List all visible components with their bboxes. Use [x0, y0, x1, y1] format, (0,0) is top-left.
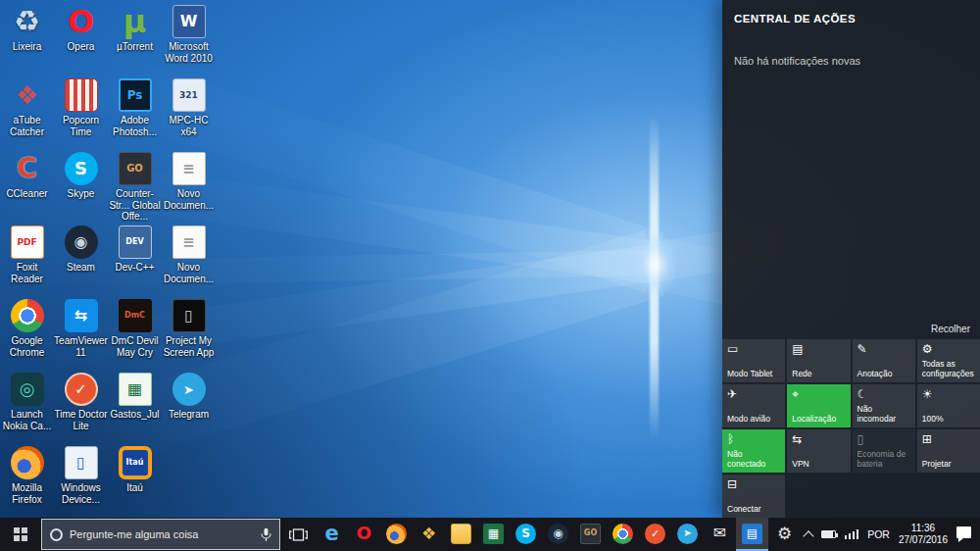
taskbar-app-icon: ◉: [548, 524, 568, 544]
microphone-icon[interactable]: [261, 527, 271, 542]
quick-action-label: Economia de bateria: [858, 450, 910, 470]
desktop-icon[interactable]: ♻ Lixeira: [0, 3, 54, 76]
battery-icon[interactable]: [821, 530, 836, 538]
quick-action-label: Não incomodar: [858, 405, 910, 425]
task-view-button[interactable]: [280, 518, 316, 551]
desktop-icon-glyph: ≡: [172, 152, 206, 185]
quick-action-label: Conectar: [727, 505, 780, 515]
desktop-icon[interactable]: W Microsoft Word 2010: [162, 3, 216, 76]
taskbar-app-button[interactable]: ➤: [671, 518, 704, 551]
taskbar-app-button[interactable]: GO: [574, 518, 607, 551]
quick-action-icon: ⊞: [922, 433, 975, 445]
desktop-icon[interactable]: ▦ Gastos_Jul: [108, 371, 162, 444]
desktop-icon[interactable]: ✓ Time Doctor Lite: [54, 371, 108, 444]
desktop-icon[interactable]: ≡ Novo Documen...: [162, 224, 216, 297]
collapse-link[interactable]: Recolher: [722, 322, 980, 339]
desktop-icon[interactable]: GO Counter-Str... Global Offe...: [108, 150, 162, 224]
taskbar-app-button[interactable]: [607, 518, 639, 551]
quick-action-icon: ☾: [858, 388, 910, 400]
quick-action-tile[interactable]: ▤ Rede: [787, 339, 850, 382]
desktop-icon[interactable]: ⇆ TeamViewer 11: [54, 297, 108, 371]
search-box[interactable]: Pergunte-me alguma coisa: [41, 519, 280, 550]
desktop-icon[interactable]: PDF Foxit Reader: [0, 224, 54, 297]
desktop-icon[interactable]: µ µTorrent: [108, 3, 162, 76]
cortana-circle-icon: [50, 528, 63, 541]
desktop-icon-label: MPC-HC x64: [162, 115, 216, 137]
action-center-toggle-icon[interactable]: [956, 526, 971, 538]
tray-expand-chevron-icon[interactable]: [803, 530, 813, 541]
desktop-icon-label: Time Doctor Lite: [54, 409, 108, 431]
quick-actions-grid: ▭ Modo Tablet ▤ Rede ✎ Anotação ⚙: [722, 339, 980, 518]
desktop-icon-label: Project My Screen App: [162, 335, 216, 358]
quick-action-icon: ✈: [727, 388, 780, 400]
desktop-icon-label: Novo Documen...: [162, 262, 216, 284]
quick-action-label: 100%: [922, 415, 975, 425]
desktop-icon[interactable]: O Opera: [54, 3, 108, 76]
desktop-icon[interactable]: Popcorn Time: [54, 76, 108, 150]
desktop-icon[interactable]: Itaú Itaú: [108, 444, 162, 518]
desktop-icon[interactable]: ▯ Project My Screen App: [162, 297, 216, 371]
quick-action-icon: ⊟: [727, 478, 780, 490]
taskbar-app-button[interactable]: e: [316, 518, 348, 551]
taskbar-app-button[interactable]: ▤: [736, 518, 768, 551]
quick-action-icon: ▤: [792, 343, 845, 355]
quick-action-tile[interactable]: ⌖ Localização: [787, 384, 850, 427]
desktop-icon-label: Gastos_Jul: [110, 409, 159, 421]
desktop-icon[interactable]: Ps Adobe Photosh...: [108, 76, 162, 150]
taskbar-app-icon: e: [321, 524, 342, 544]
quick-action-tile[interactable]: ▯ Economia de bateria: [853, 429, 915, 473]
taskbar-app-icon: ❖: [418, 524, 439, 544]
desktop-icon[interactable]: DEV Dev-C++: [108, 224, 162, 297]
desktop-icon-glyph: ◉: [65, 225, 98, 259]
clock[interactable]: 11:36 27/07/2016: [899, 523, 948, 547]
desktop-icon-label: Foxit Reader: [0, 262, 54, 284]
desktop-icon[interactable]: ➤ Telegram: [162, 371, 216, 444]
taskbar-app-button[interactable]: ✉: [704, 518, 736, 551]
quick-action-tile[interactable]: ✎ Anotação: [853, 339, 915, 382]
desktop-icon[interactable]: ▯ Windows Device...: [54, 444, 108, 518]
desktop-icon-label: DmC Devil May Cry: [108, 335, 162, 358]
desktop-icon-glyph: µ: [119, 5, 152, 38]
quick-action-label: Modo avião: [727, 415, 780, 425]
taskbar-app-button[interactable]: ◉: [542, 518, 574, 551]
quick-action-tile[interactable]: ▭ Modo Tablet: [722, 339, 785, 382]
taskbar-app-icon: [386, 524, 407, 544]
desktop-icon[interactable]: Mozilla Firefox: [0, 444, 54, 518]
taskbar-app-button[interactable]: ⚙: [768, 518, 801, 551]
taskbar-app-button[interactable]: [445, 518, 477, 551]
taskbar-app-icon: GO: [580, 524, 601, 544]
quick-action-label: VPN: [792, 460, 845, 470]
desktop-icon[interactable]: C CCleaner: [0, 150, 54, 224]
taskbar-app-icon: ▤: [742, 524, 762, 544]
quick-action-tile[interactable]: ⊟ Conectar: [722, 475, 785, 518]
quick-action-tile[interactable]: ᛒ Não conectado: [722, 429, 785, 473]
start-button[interactable]: [0, 518, 41, 551]
quick-action-tile[interactable]: ⊞ Projetar: [917, 429, 980, 473]
taskbar-app-button[interactable]: ▦: [477, 518, 510, 551]
quick-action-tile[interactable]: ☀ 100%: [917, 384, 980, 427]
taskbar-app-button[interactable]: [380, 518, 413, 551]
quick-action-tile[interactable]: ☾ Não incomodar: [853, 384, 915, 427]
taskbar-app-icon: ▦: [483, 524, 504, 544]
quick-action-tile[interactable]: ⇆ VPN: [787, 429, 850, 473]
quick-action-tile[interactable]: ✈ Modo avião: [722, 384, 785, 427]
taskbar-app-button[interactable]: S: [510, 518, 542, 551]
desktop-icon[interactable]: ◎ Launch Nokia Ca...: [0, 371, 54, 444]
desktop-icon[interactable]: ❖ aTube Catcher: [0, 76, 54, 150]
quick-action-icon: ▭: [727, 343, 780, 355]
desktop-icon[interactable]: DmC DmC Devil May Cry: [108, 297, 162, 371]
desktop-icon[interactable]: ≡ Novo Documen...: [162, 150, 216, 224]
desktop-icon-label: Skype: [68, 188, 95, 200]
taskbar-app-button[interactable]: ❖: [413, 518, 445, 551]
quick-action-tile[interactable]: ⚙ Todas as configurações: [917, 339, 980, 382]
desktop-icon[interactable]: S Skype: [54, 150, 108, 224]
quick-action-label: Modo Tablet: [727, 370, 780, 379]
desktop-icon-label: Launch Nokia Ca...: [0, 409, 54, 431]
desktop-icon[interactable]: ◉ Steam: [54, 224, 108, 297]
language-indicator[interactable]: POR: [867, 528, 890, 540]
network-signal-icon[interactable]: [845, 529, 859, 539]
taskbar-app-button[interactable]: O: [348, 518, 380, 551]
desktop-icon[interactable]: Google Chrome: [0, 297, 54, 371]
taskbar-app-button[interactable]: ✓: [639, 518, 671, 551]
desktop-icon[interactable]: 321 MPC-HC x64: [162, 76, 216, 150]
